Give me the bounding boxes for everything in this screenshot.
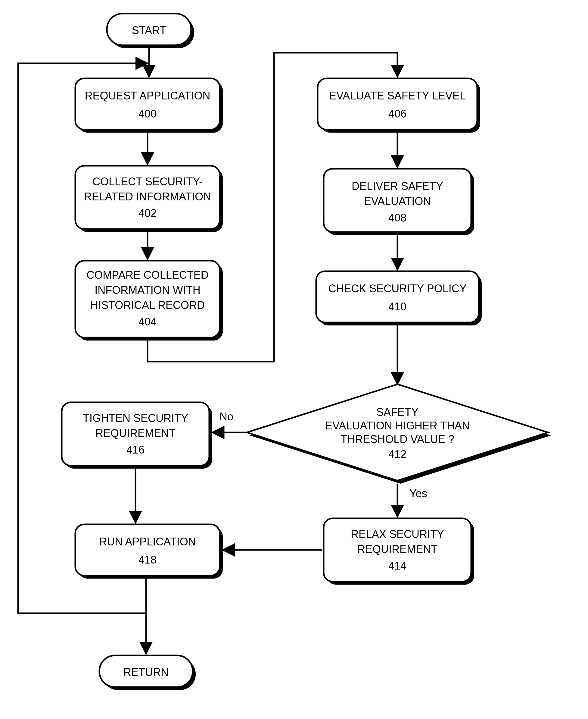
svg-text:416: 416 [126,444,145,456]
svg-text:408: 408 [388,212,406,224]
svg-text:HISTORICAL RECORD: HISTORICAL RECORD [90,299,205,311]
svg-text:400: 400 [139,107,156,120]
box-request-application: REQUEST APPLICATION 400 [75,78,223,133]
flowchart: START REQUEST APPLICATION 400 COLLECT SE… [0,0,588,719]
svg-text:TIGHTEN SECURITY: TIGHTEN SECURITY [83,412,188,424]
svg-text:404: 404 [139,316,156,328]
svg-text:SAFETY: SAFETY [376,406,419,418]
svg-text:START: START [132,24,167,37]
svg-text:INFORMATION WITH: INFORMATION WITH [94,284,200,296]
svg-text:EVALUATE SAFETY LEVEL: EVALUATE SAFETY LEVEL [329,89,466,102]
box-run-application: RUN APPLICATION 418 [75,524,223,579]
svg-text:402: 402 [139,207,156,219]
svg-rect-48 [75,524,220,576]
svg-rect-4 [75,78,220,129]
svg-text:RUN APPLICATION: RUN APPLICATION [99,536,196,548]
start-node: START [107,14,194,48]
box-evaluate-safety: EVALUATE SAFETY LEVEL 406 [318,78,480,133]
box-collect-security-info: COLLECT SECURITY- RELATED INFORMATION 40… [75,166,223,232]
decision-safety-threshold: SAFETY EVALUATION HIGHER THAN THRESHOLD … [247,384,551,484]
svg-text:410: 410 [388,300,406,313]
svg-text:EVALUATION HIGHER THAN: EVALUATION HIGHER THAN [325,419,470,432]
box-tighten-security: TIGHTEN SECURITY REQUIREMENT 416 [62,402,212,468]
svg-text:EVALUATION: EVALUATION [364,195,431,207]
box-deliver-evaluation: DELIVER SAFETY EVALUATION 408 [324,169,474,235]
svg-text:REQUIREMENT: REQUIREMENT [96,427,175,439]
svg-text:RETURN: RETURN [123,666,169,678]
svg-rect-28 [316,271,479,322]
svg-text:CHECK SECURITY POLICY: CHECK SECURITY POLICY [328,282,466,295]
svg-text:THRESHOLD VALUE ?: THRESHOLD VALUE ? [340,433,454,445]
label-yes: Yes [410,487,427,500]
svg-text:406: 406 [388,107,406,120]
return-node: RETURN [99,655,196,690]
svg-text:COMPARE COLLECTED: COMPARE COLLECTED [86,269,208,281]
svg-text:RELATED INFORMATION: RELATED INFORMATION [84,191,211,203]
label-no: No [219,411,233,423]
box-check-policy: CHECK SECURITY POLICY 410 [316,271,482,325]
svg-text:418: 418 [139,554,156,566]
svg-rect-19 [318,78,477,129]
svg-text:REQUIREMENT: REQUIREMENT [357,543,438,555]
box-relax-security: RELAX SECURITY REQUIREMENT 414 [324,518,474,585]
svg-text:REQUEST APPLICATION: REQUEST APPLICATION [85,89,210,102]
svg-text:COLLECT SECURITY-: COLLECT SECURITY- [92,175,203,188]
svg-text:412: 412 [388,448,406,460]
svg-text:414: 414 [388,560,406,572]
svg-text:RELAX SECURITY: RELAX SECURITY [351,528,444,540]
svg-marker-32 [247,384,548,481]
box-compare-historical: COMPARE COLLECTED INFORMATION WITH HISTO… [75,261,223,340]
svg-text:DELIVER SAFETY: DELIVER SAFETY [352,180,443,192]
